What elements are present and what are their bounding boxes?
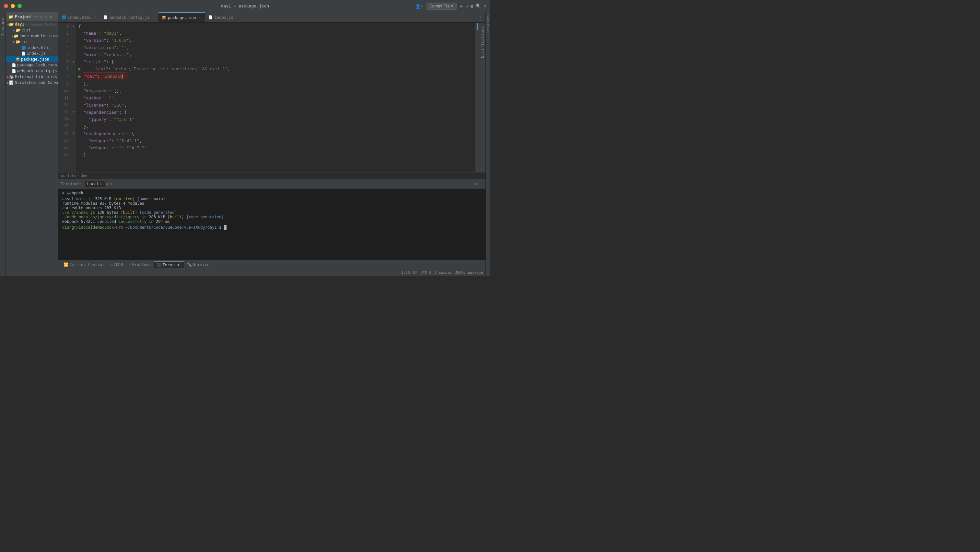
code-line-17: "webpack": "^5.42.1", <box>78 137 473 144</box>
close-tab-package[interactable]: ✕ <box>198 16 202 20</box>
tree-scratches[interactable]: ▶ 📝 Scratches and Consoles <box>6 80 58 86</box>
json-icon: 📦 <box>162 16 166 20</box>
tree-external-libraries[interactable]: ▶ 📚 External Libraries <box>6 74 58 80</box>
term-line-3: cacheable modules 283 KiB <box>62 206 482 210</box>
close-tab-html[interactable]: ✕ <box>93 15 97 19</box>
settings-icon[interactable]: ⚙ <box>484 3 486 8</box>
editor-scrollbar[interactable] <box>475 23 480 172</box>
terminal-minimize-icon[interactable]: — <box>480 181 483 186</box>
main-layout: Structure 📁 Project ▾ ⊙ ≡ ↕ ⚙ — ▼ 📂 day1 <box>0 12 490 276</box>
indent-size[interactable]: 2 spaces <box>434 271 452 275</box>
close-tab-index-js[interactable]: ✕ <box>235 15 239 19</box>
side-icons: Structure <box>0 12 6 276</box>
terminal-actions: ⚙ — <box>475 181 483 186</box>
terminal-area: Terminal: Local ✕ + ▾ ⚙ — > webpack <box>58 179 485 260</box>
window-controls <box>4 4 22 8</box>
code-line-4: "description": "", <box>78 44 473 51</box>
maximize-button[interactable] <box>18 4 22 8</box>
fold-6[interactable]: ▼ <box>71 58 76 65</box>
term-output: asset main.js 325 KiB [emitted] (name: m… <box>62 197 482 224</box>
code-line-15: }, <box>78 123 473 130</box>
tree-dist[interactable]: ▶ 📁 dist <box>6 27 58 33</box>
close-button[interactable] <box>4 4 8 8</box>
line-ending[interactable]: LF <box>413 271 417 275</box>
code-editor[interactable]: { "name": "day1", "version": "1.0.0", "d… <box>76 23 475 172</box>
close-local-tab[interactable]: ✕ <box>100 182 102 186</box>
terminal-cursor <box>224 225 226 230</box>
services-icon: 🔧 <box>187 262 192 267</box>
collapse-icon[interactable]: ≡ <box>40 14 43 19</box>
tab-todo[interactable]: ☑ TODO <box>108 262 126 268</box>
current-file-button[interactable]: Current File ▾ <box>426 3 457 10</box>
tree-index-js[interactable]: 📄 index.js <box>6 51 58 56</box>
gear-icon[interactable]: ⚙ <box>49 14 52 19</box>
tree-root[interactable]: ▼ 📂 day1 ~/Documents/Code/VueCode/vue-s <box>6 21 58 27</box>
locate-icon[interactable]: ⊙ <box>35 14 38 19</box>
fold-1[interactable]: ▼ <box>71 23 76 30</box>
terminal-dropdown[interactable]: ▾ <box>110 182 113 186</box>
tree-package-lock[interactable]: 📄 package-lock.json <box>6 62 58 68</box>
terminal-content: > webpack asset main.js 325 KiB [emitted… <box>58 189 485 260</box>
encoding[interactable]: UTF-8 <box>421 271 431 275</box>
breadcrumb-scripts[interactable]: scripts <box>61 174 76 178</box>
project-title: Project <box>15 14 32 19</box>
notifications-panel: Notifications <box>480 23 485 172</box>
tree-node-modules[interactable]: ▶ 📁 node_modules library root <box>6 33 58 39</box>
problems-icon: ⚠ <box>129 262 131 267</box>
tab-overflow-menu[interactable]: ⋮ <box>476 15 485 20</box>
code-line-12: "license": "ISC", <box>78 102 473 109</box>
sort-icon[interactable]: ↕ <box>45 14 48 19</box>
code-line-1: { <box>78 23 473 30</box>
right-sidebar: Bookmarks <box>485 12 490 276</box>
rerun-button[interactable]: ↺ <box>466 3 468 8</box>
hide-icon[interactable]: — <box>54 14 57 19</box>
tab-services[interactable]: 🔧 Services <box>185 262 214 268</box>
terminal-tab-bar: Terminal: Local ✕ + ▾ ⚙ — <box>58 179 485 189</box>
tree-index-html[interactable]: 🌐 index.html <box>6 45 58 51</box>
code-line-5: "main": "index.js", <box>78 51 473 58</box>
webpack-icon: 📄 <box>103 15 108 19</box>
tab-index-html[interactable]: 🌐 index.html ✕ <box>58 12 100 23</box>
code-line-7: ▶ "test": "echo \"Error: no test specifi… <box>78 65 473 73</box>
tree-package-json[interactable]: 📦 package.json <box>6 56 58 62</box>
tree-webpack-config[interactable]: 📄 webpack.config.js <box>6 68 58 74</box>
tab-terminal[interactable]: ⬛ Terminal <box>154 262 184 268</box>
minimize-button[interactable] <box>11 4 15 8</box>
close-tab-webpack[interactable]: ✕ <box>151 15 155 19</box>
tab-package-json[interactable]: 📦 package.json ✕ <box>159 12 205 23</box>
fold-column: ▼ ▼ ▼ ▼ <box>71 23 76 172</box>
stop-button[interactable]: ■ <box>471 3 473 8</box>
run-line-8[interactable]: ▶ <box>78 73 83 80</box>
terminal-settings-icon[interactable]: ⚙ <box>475 181 478 186</box>
user-icon[interactable]: 👤▾ <box>415 3 423 9</box>
new-terminal-button[interactable]: + <box>106 181 108 187</box>
tab-version-control[interactable]: 🔀 Version Control <box>61 262 107 268</box>
status-right: 8:20 LF UTF-8 2 spaces JSON: package <box>401 271 483 275</box>
breadcrumb-dev[interactable]: dev <box>81 174 87 178</box>
tab-local[interactable]: Local ✕ <box>84 181 105 187</box>
terminal-label: Terminal: <box>61 182 82 186</box>
scroll-indicator <box>477 23 478 30</box>
fold-13[interactable]: ▼ <box>71 108 76 115</box>
run-line-7[interactable]: ▶ <box>78 65 83 73</box>
term-final-prompt: qiang@xiaocaideMacBook-Pro ~/Documents/C… <box>62 225 482 230</box>
todo-icon: ☑ <box>110 262 113 267</box>
tab-problems[interactable]: ⚠ Problems <box>126 262 154 268</box>
title-bar: day1 – package.json 👤▾ Current File ▾ ▶ … <box>0 0 490 12</box>
search-icon[interactable]: 🔍 <box>476 3 481 8</box>
project-title-area: 📁 Project ▾ <box>8 14 35 19</box>
cursor-position[interactable]: 8:20 <box>401 271 410 275</box>
play-button[interactable]: ▶ <box>460 3 463 8</box>
file-type[interactable]: JSON: package <box>455 271 483 275</box>
structure-label: Structure <box>1 18 5 36</box>
tab-webpack-config[interactable]: 📄 webpack.config.js ✕ <box>100 12 159 23</box>
tab-index-js[interactable]: 📄 index.js ✕ <box>205 12 242 23</box>
bookmarks-label: Bookmarks <box>487 15 490 34</box>
fold-16[interactable]: ▼ <box>71 130 76 137</box>
term-line-6: webpack 5.42.1 compiled successfully in … <box>62 219 482 224</box>
checkmark-icon: ✓ <box>61 271 63 275</box>
notifications-label[interactable]: Notifications <box>480 26 485 58</box>
tree-src[interactable]: ▼ 📂 src <box>6 39 58 45</box>
code-line-2: "name": "day1", <box>78 30 473 37</box>
code-line-8: ▶ "dev": "webpack" <box>78 73 473 80</box>
